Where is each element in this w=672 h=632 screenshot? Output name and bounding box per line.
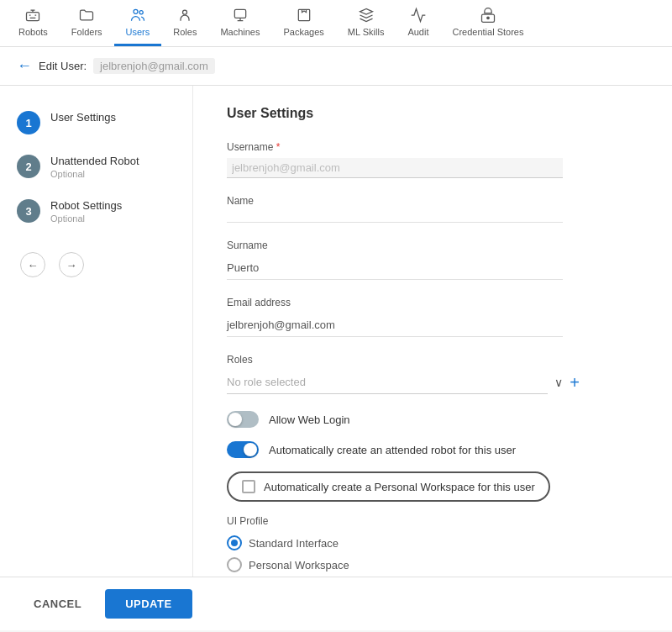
step-navigation: ← →: [17, 252, 176, 277]
step-1-circle: 1: [17, 111, 40, 134]
surname-value: Puerto: [227, 256, 563, 280]
web-login-toggle-knob: [228, 413, 242, 426]
next-step-button[interactable]: →: [59, 252, 84, 277]
form-title: User Settings: [227, 106, 638, 121]
prev-step-button[interactable]: ←: [20, 252, 45, 277]
email-field-group: Email address jelbrenjoh@gmail.com: [227, 297, 638, 337]
svg-point-3: [183, 10, 187, 14]
username-field-group: Username *: [227, 141, 638, 178]
step-3-label-group: Robot Settings Optional: [50, 199, 122, 224]
svg-rect-4: [234, 9, 245, 18]
standard-interface-radio[interactable]: [227, 535, 242, 550]
step-3-circle: 3: [17, 199, 40, 223]
svg-point-2: [139, 11, 143, 14]
nav-folders[interactable]: Folders: [60, 0, 114, 46]
step-2-label-group: Unattended Robot Optional: [50, 155, 139, 179]
sidebar: 1 User Settings 2 Unattended Robot Optio…: [0, 86, 193, 577]
step-2-circle: 2: [17, 155, 40, 178]
step-3-robot-settings[interactable]: 3 Robot Settings Optional: [17, 199, 176, 224]
web-login-toggle[interactable]: [227, 411, 259, 428]
breadcrumb-bar: ← Edit User: jelbrenjoh@gmail.com: [0, 47, 672, 86]
step-1-user-settings[interactable]: 1 User Settings: [17, 111, 176, 134]
personal-workspace-option[interactable]: Personal Workspace: [227, 557, 638, 572]
back-button[interactable]: ←: [17, 57, 32, 75]
email-value: jelbrenjoh@gmail.com: [227, 313, 563, 337]
web-login-toggle-row: Allow Web Login: [227, 411, 638, 428]
attended-robot-label: Automatically create an attended robot f…: [269, 444, 516, 456]
nav-roles[interactable]: Roles: [161, 0, 208, 46]
email-label: Email address: [227, 297, 638, 308]
name-field-group: Name: [227, 195, 638, 223]
personal-workspace-radio[interactable]: [227, 557, 242, 572]
name-label: Name: [227, 195, 638, 207]
standard-interface-label: Standard Interface: [249, 537, 339, 550]
nav-ml-skills[interactable]: ML Skills: [336, 0, 396, 46]
username-input[interactable]: [227, 158, 563, 178]
roles-add-button[interactable]: +: [570, 373, 580, 392]
surname-label: Surname: [227, 240, 638, 251]
ui-profile-title: UI Profile: [227, 515, 638, 527]
standard-interface-radio-inner: [231, 540, 238, 546]
personal-workspace-checkbox-row[interactable]: Automatically create a Personal Workspac…: [227, 471, 550, 502]
nav-credential-stores[interactable]: Credential Stores: [440, 0, 535, 46]
ui-profile-section: UI Profile Standard Interface Personal W…: [227, 515, 638, 572]
roles-field-group: Roles No role selected ∨ +: [227, 354, 638, 394]
top-nav: Robots Folders Users Roles Machines Pack…: [0, 0, 672, 47]
personal-workspace-profile-label: Personal Workspace: [249, 559, 349, 571]
form-area: User Settings Username * Name Surname Pu…: [193, 86, 672, 577]
svg-point-7: [487, 17, 490, 19]
web-login-label: Allow Web Login: [269, 413, 350, 426]
roles-placeholder: No role selected: [227, 371, 548, 394]
standard-interface-option[interactable]: Standard Interface: [227, 535, 638, 550]
cancel-button[interactable]: CANCEL: [20, 591, 95, 617]
step-1-label-group: User Settings: [50, 111, 116, 124]
breadcrumb-username: jelbrenjoh@gmail.com: [93, 58, 215, 74]
breadcrumb-edit-label: Edit User:: [39, 60, 87, 72]
footer: CANCEL UPDATE: [0, 577, 672, 630]
svg-rect-0: [27, 13, 39, 21]
attended-robot-toggle-knob: [244, 443, 257, 456]
nav-packages[interactable]: Packages: [271, 0, 335, 46]
svg-point-1: [134, 9, 138, 13]
roles-chevron-icon[interactable]: ∨: [554, 376, 563, 389]
step-2-unattended-robot[interactable]: 2 Unattended Robot Optional: [17, 155, 176, 179]
surname-field-group: Surname Puerto: [227, 240, 638, 280]
username-label: Username *: [227, 141, 638, 153]
attended-robot-toggle-row: Automatically create an attended robot f…: [227, 441, 638, 458]
personal-workspace-checkbox[interactable]: [242, 480, 255, 493]
attended-robot-toggle[interactable]: [227, 441, 259, 458]
nav-users[interactable]: Users: [114, 0, 162, 46]
nav-robots[interactable]: Robots: [7, 0, 60, 46]
personal-workspace-label: Automatically create a Personal Workspac…: [264, 481, 535, 493]
roles-label: Roles: [227, 354, 638, 366]
nav-audit[interactable]: Audit: [396, 0, 440, 46]
update-button[interactable]: UPDATE: [105, 589, 192, 619]
nav-machines[interactable]: Machines: [208, 0, 271, 46]
